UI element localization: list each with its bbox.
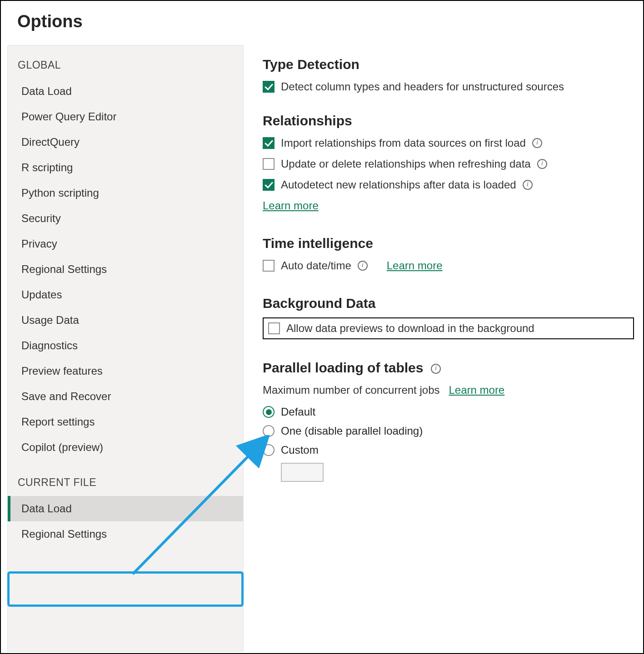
sidebar-item-global-data-load[interactable]: Data Load [8, 79, 243, 104]
sidebar-item-copilot-preview[interactable]: Copilot (preview) [8, 435, 243, 460]
radio-row-one[interactable]: One (disable parallel loading) [263, 425, 634, 437]
checkbox-row-update-delete-relationships[interactable]: Update or delete relationships when refr… [263, 158, 634, 170]
radio-parallel-one[interactable] [263, 425, 275, 437]
sidebar-item-diagnostics[interactable]: Diagnostics [8, 333, 243, 358]
sidebar-item-power-query-editor[interactable]: Power Query Editor [8, 104, 243, 129]
sidebar-item-directquery[interactable]: DirectQuery [8, 129, 243, 155]
radio-label: One (disable parallel loading) [281, 425, 423, 437]
options-sidebar: GLOBAL Data Load Power Query Editor Dire… [7, 45, 244, 652]
info-icon[interactable] [523, 180, 533, 190]
section-title-parallel-loading: Parallel loading of tables [263, 360, 634, 376]
section-title-time-intelligence: Time intelligence [263, 236, 634, 251]
sidebar-section-current-file: CURRENT FILE [8, 472, 243, 496]
sidebar-item-preview-features[interactable]: Preview features [8, 358, 243, 384]
checkbox-autodetect-relationships[interactable] [263, 179, 275, 191]
section-title-relationships: Relationships [263, 113, 634, 129]
learn-more-link-relationships[interactable]: Learn more [263, 199, 319, 212]
sidebar-item-security[interactable]: Security [8, 206, 243, 231]
sidebar-item-report-settings[interactable]: Report settings [8, 409, 243, 435]
sidebar-item-usage-data[interactable]: Usage Data [8, 307, 243, 333]
checkbox-label: Update or delete relationships when refr… [281, 158, 531, 170]
parallel-max-jobs-label: Maximum number of concurrent jobs [263, 384, 439, 396]
sidebar-item-python-scripting[interactable]: Python scripting [8, 180, 243, 206]
checkbox-label: Import relationships from data sources o… [281, 137, 526, 149]
sidebar-item-current-file-data-load[interactable]: Data Load [8, 496, 243, 521]
radio-row-default[interactable]: Default [263, 406, 634, 418]
checkbox-label: Allow data previews to download in the b… [286, 322, 534, 335]
learn-more-link-parallel[interactable]: Learn more [449, 384, 504, 396]
sidebar-item-privacy[interactable]: Privacy [8, 231, 243, 257]
checkbox-row-auto-date-time[interactable]: Auto date/time Learn more [263, 259, 634, 272]
checkbox-label: Auto date/time [281, 259, 351, 272]
radio-label: Custom [281, 444, 319, 456]
checkbox-update-delete-relationships[interactable] [263, 158, 275, 170]
checkbox-label: Detect column types and headers for unst… [281, 80, 564, 93]
sidebar-item-regional-settings-current[interactable]: Regional Settings [8, 521, 243, 547]
info-icon[interactable] [532, 138, 542, 148]
section-title-type-detection: Type Detection [263, 57, 634, 72]
radio-parallel-custom[interactable] [263, 444, 275, 456]
section-title-background-data: Background Data [263, 296, 634, 311]
sidebar-item-updates[interactable]: Updates [8, 282, 243, 307]
radio-parallel-default[interactable] [263, 406, 275, 418]
checkbox-allow-background-previews[interactable] [268, 322, 280, 334]
info-icon[interactable] [537, 159, 547, 169]
sidebar-item-regional-settings-global[interactable]: Regional Settings [8, 257, 243, 282]
radio-label: Default [281, 406, 315, 418]
checkbox-import-relationships[interactable] [263, 137, 275, 149]
sidebar-item-save-and-recover[interactable]: Save and Recover [8, 384, 243, 409]
info-icon[interactable] [358, 261, 368, 271]
checkbox-label: Autodetect new relationships after data … [281, 178, 516, 191]
radio-row-custom[interactable]: Custom [263, 444, 634, 456]
section-title-text: Parallel loading of tables [263, 360, 423, 375]
checkbox-row-detect-column-types[interactable]: Detect column types and headers for unst… [263, 80, 634, 93]
checkbox-detect-column-types[interactable] [263, 81, 275, 93]
checkbox-row-allow-background-previews[interactable]: Allow data previews to download in the b… [263, 317, 634, 339]
checkbox-auto-date-time[interactable] [263, 260, 275, 272]
sidebar-item-r-scripting[interactable]: R scripting [8, 155, 243, 180]
parallel-max-jobs-label-row: Maximum number of concurrent jobs Learn … [263, 384, 634, 396]
learn-more-link-time-intelligence[interactable]: Learn more [387, 259, 443, 272]
checkbox-row-autodetect-relationships[interactable]: Autodetect new relationships after data … [263, 178, 634, 191]
checkbox-row-import-relationships[interactable]: Import relationships from data sources o… [263, 137, 634, 149]
info-icon[interactable] [431, 364, 441, 374]
sidebar-section-global: GLOBAL [8, 54, 243, 79]
parallel-custom-input[interactable] [281, 463, 324, 482]
dialog-title: Options [17, 12, 643, 31]
options-content: Type Detection Detect column types and h… [244, 45, 643, 652]
